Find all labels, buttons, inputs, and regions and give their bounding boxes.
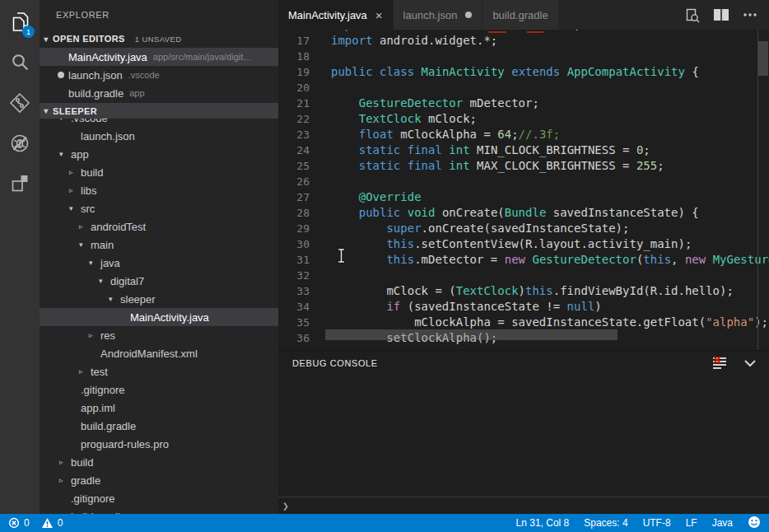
code-line[interactable]: 26 [278, 174, 769, 189]
line-number[interactable]: 20 [278, 80, 310, 96]
line-number[interactable]: 29 [278, 221, 310, 236]
open-editor-item[interactable]: build.gradleapp [40, 84, 278, 102]
line-number[interactable]: 23 [278, 127, 310, 142]
line-number[interactable]: 33 [278, 283, 310, 299]
open-editor-item[interactable]: launch.json.vscode [40, 66, 278, 84]
tree-item-sleeper[interactable]: ▾sleeper [40, 290, 278, 308]
code-line[interactable]: 32 [278, 268, 769, 283]
line-number[interactable]: 32 [278, 268, 310, 283]
line-number[interactable]: 24 [278, 142, 310, 158]
tab-launch.json[interactable]: launch.json [394, 0, 482, 30]
tree-item-launch.json[interactable]: launch.json [40, 127, 278, 145]
code-line[interactable]: 18 [278, 49, 769, 64]
code-line[interactable]: 19public class MainActivity extends AppC… [278, 64, 769, 80]
tab-MainActivity.java[interactable]: MainActivity.java× [278, 0, 393, 30]
status-language-mode[interactable]: Java [712, 517, 733, 529]
line-number[interactable]: 17 [278, 33, 310, 49]
tab-build.gradle[interactable]: build.gradle [482, 0, 557, 30]
tree-item-src[interactable]: ▾src [40, 199, 278, 217]
line-number[interactable]: 34 [278, 299, 310, 315]
activity-bar-item-explorer[interactable]: 1 [0, 3, 40, 44]
chevron-down-icon[interactable] [743, 358, 757, 368]
vertical-scrollbar[interactable] [758, 41, 768, 76]
code-editor[interactable]: 16import android.view.GestureDetector;17… [278, 30, 769, 350]
code-line[interactable]: 20 [278, 80, 769, 96]
split-editor-icon[interactable] [713, 8, 729, 21]
more-actions-icon[interactable] [743, 12, 757, 17]
code-line[interactable]: 22 TextClock mClock; [278, 111, 769, 127]
line-number[interactable]: 28 [278, 205, 310, 221]
feedback-smiley-icon[interactable] [748, 516, 761, 531]
line-number[interactable]: 22 [278, 111, 310, 127]
code-line[interactable]: 24 static final int MIN_CLOCK_BRIGHTNESS… [278, 142, 769, 158]
tab-label: MainActivity.java [288, 9, 367, 21]
horizontal-scrollbar[interactable] [325, 329, 618, 340]
tree-item-.gitignore[interactable]: .gitignore [40, 489, 278, 507]
line-number[interactable]: 31 [278, 252, 310, 268]
code-line[interactable]: 17import android.widget.*; [278, 33, 769, 49]
folder-section-header[interactable]: ▾ SLEEPER [40, 103, 278, 119]
tree-item-.gitignore[interactable]: .gitignore [40, 380, 278, 399]
code-line[interactable]: 33 mClock = (TextClock)this.findViewById… [278, 283, 769, 299]
tree-item-app.iml[interactable]: app.iml [40, 399, 278, 417]
tab-debug-console[interactable]: DEBUG CONSOLE [292, 358, 378, 368]
find-icon[interactable] [684, 7, 700, 23]
tree-item-java[interactable]: ▾java [40, 254, 278, 272]
code-line[interactable]: 28 public void onCreate(Bundle savedInst… [278, 205, 769, 221]
line-number[interactable]: 26 [278, 174, 310, 189]
status-eol[interactable]: LF [686, 517, 697, 529]
status-encoding[interactable]: UTF-8 [643, 517, 671, 529]
code-line[interactable]: 34 if (savedInstanceState != null) [278, 299, 769, 315]
code-line[interactable]: 31 this.mDetector = new GestureDetector(… [278, 252, 769, 268]
activity-bar-item-debug[interactable] [0, 124, 40, 165]
line-number[interactable]: 27 [278, 189, 310, 205]
line-number[interactable]: 30 [278, 236, 310, 252]
tree-item-build[interactable]: ▹build [40, 163, 278, 181]
tree-item-AndroidManifest.xml[interactable]: AndroidManifest.xml [40, 344, 278, 362]
tree-item-test[interactable]: ▹test [40, 362, 278, 380]
panel-header: DEBUG CONSOLE [278, 351, 769, 376]
line-number[interactable]: 36 [278, 330, 310, 346]
clear-console-icon[interactable] [712, 357, 728, 370]
tree-item-app[interactable]: ▾app [40, 145, 278, 163]
activity-bar-item-search[interactable] [0, 44, 40, 84]
status-bar: 0 0 Ln 31, Col 8Spaces: 4UTF-8LFJava [0, 514, 769, 532]
errors-indicator[interactable]: 0 [8, 517, 30, 529]
code-area[interactable]: 16import android.view.GestureDetector;17… [278, 30, 769, 350]
tree-item-res[interactable]: ▹res [40, 326, 278, 344]
code-line[interactable]: 23 float mClockAlpha = 64;//.3f; [278, 127, 769, 142]
dirty-indicator [58, 72, 64, 78]
line-number[interactable]: 35 [278, 315, 310, 330]
code-line[interactable]: 27 @Override [278, 189, 769, 205]
activity-bar-item-extensions[interactable] [0, 165, 40, 205]
code-line[interactable]: 25 static final int MAX_CLOCK_BRIGHTNESS… [278, 158, 769, 174]
tree-item-main[interactable]: ▾main [40, 236, 278, 254]
code-line[interactable]: 29 super.onCreate(savedInstanceState); [278, 221, 769, 236]
tree-item-build.gradle[interactable]: build.gradle [40, 417, 278, 435]
line-number[interactable]: 25 [278, 158, 310, 174]
tree-item-libs[interactable]: ▹libs [40, 181, 278, 199]
open-editors-header[interactable]: ▾ OPEN EDITORS 1 UNSAVED [40, 30, 278, 48]
status-indentation[interactable]: Spaces: 4 [584, 517, 627, 529]
line-number[interactable]: 19 [278, 64, 310, 80]
close-icon[interactable]: × [375, 9, 383, 21]
tree-item-androidTest[interactable]: ▹androidTest [40, 217, 278, 236]
code-line[interactable]: 21 GestureDetector mDetector; [278, 96, 769, 111]
line-number[interactable]: 21 [278, 96, 310, 111]
tree-item-proguard-rules.pro[interactable]: proguard-rules.pro [40, 435, 278, 453]
tree-item-digital7[interactable]: ▾digital7 [40, 272, 278, 290]
activity-bar-item-source-control[interactable] [0, 84, 40, 124]
tree-item-gradle[interactable]: ▹gradle [40, 471, 278, 489]
tree-item-MainActivity.java[interactable]: MainActivity.java [40, 308, 278, 326]
tree-item-label: build.gradle [71, 511, 126, 515]
tree-item-build.gradle[interactable]: build.gradle [40, 507, 278, 514]
tree-item-label: sleeper [120, 293, 156, 306]
debug-console-input[interactable]: ❯ [278, 497, 769, 514]
warnings-indicator[interactable]: 0 [41, 517, 63, 529]
line-number[interactable]: 18 [278, 49, 310, 64]
code-line[interactable]: 35 mClockAlpha = savedInstanceState.getF… [278, 315, 769, 330]
open-editor-item[interactable]: MainActivity.javaapp/src/main/java/digit… [40, 48, 278, 66]
status-cursor-position[interactable]: Ln 31, Col 8 [516, 517, 570, 529]
code-line[interactable]: 30 this.setContentView(R.layout.activity… [278, 236, 769, 252]
tree-item-build[interactable]: ▹build [40, 453, 278, 471]
